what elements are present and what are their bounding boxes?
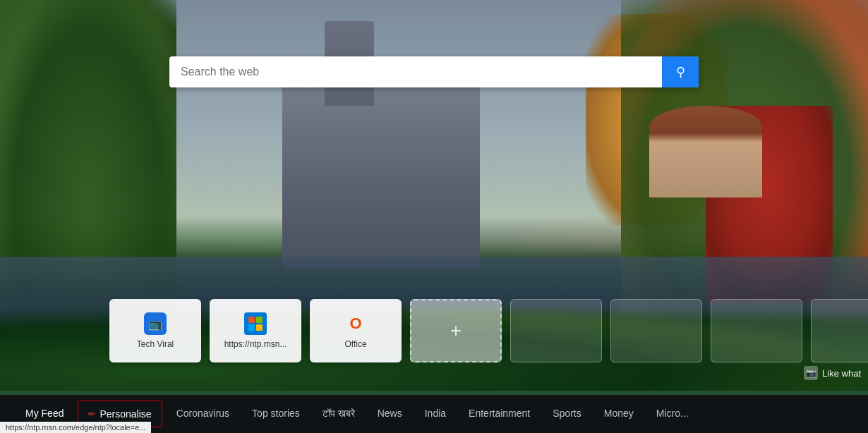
like-what-label: Like what — [822, 368, 861, 379]
tile-office[interactable]: O Office — [310, 299, 402, 362]
tiles-container: 📺 Tech Viral https://ntp.msn... O Office — [109, 299, 868, 362]
like-what-button[interactable]: 📷 Like what — [804, 366, 861, 380]
top-khabre-label: टॉप खबरे — [323, 408, 355, 420]
tile-office-icon: O — [344, 312, 367, 335]
nav-top-stories[interactable]: Top stories — [241, 395, 311, 433]
msn-cell-4 — [256, 324, 263, 331]
pavilion — [649, 106, 762, 197]
search-container: ⚲ — [169, 56, 699, 87]
personalise-label: Personalise — [100, 408, 151, 420]
nav-top-khabre[interactable]: टॉप खबरे — [311, 395, 366, 433]
search-bar: ⚲ — [169, 56, 699, 87]
msn-logo-icon — [244, 312, 267, 335]
top-stories-label: Top stories — [252, 408, 300, 419]
tile-tech-viral-icon: 📺 — [144, 312, 167, 335]
nav-news[interactable]: News — [366, 395, 414, 433]
india-label: India — [425, 408, 446, 419]
news-label: News — [378, 408, 402, 419]
my-feed-label: My Feed — [25, 408, 64, 419]
search-input[interactable] — [169, 66, 662, 78]
micro-label: Micro... — [656, 408, 689, 419]
nav-coronavirus[interactable]: Coronavirus — [165, 395, 241, 433]
tile-add[interactable]: + — [410, 299, 502, 362]
search-icon: ⚲ — [676, 64, 685, 80]
tile-empty-3 — [711, 299, 802, 362]
nav-entertainment[interactable]: Entertainment — [457, 395, 541, 433]
msn-cell-1 — [248, 317, 255, 323]
search-button[interactable]: ⚲ — [662, 56, 699, 87]
tv-icon: 📺 — [144, 312, 167, 335]
camera-icon: 📷 — [804, 366, 818, 380]
sports-label: Sports — [553, 408, 581, 419]
tile-empty-1 — [510, 299, 602, 362]
nav-money[interactable]: Money — [593, 395, 645, 433]
nav-micro[interactable]: Micro... — [645, 395, 700, 433]
tile-msn[interactable]: https://ntp.msn... — [210, 299, 301, 362]
tile-msn-icon — [244, 312, 267, 335]
tile-office-label: Office — [344, 339, 366, 349]
tile-tech-viral[interactable]: 📺 Tech Viral — [109, 299, 201, 362]
tile-empty-4 — [811, 299, 868, 362]
msn-grid — [248, 317, 263, 331]
nav-sports[interactable]: Sports — [541, 395, 592, 433]
coronavirus-label: Coronavirus — [176, 408, 229, 419]
tile-empty-2 — [610, 299, 702, 362]
office-logo-icon: O — [346, 314, 366, 334]
tile-msn-label: https://ntp.msn... — [224, 339, 287, 349]
url-text: https://ntp.msn.com/edge/ntp?locale=e... — [6, 423, 145, 432]
castle — [268, 14, 494, 268]
entertainment-label: Entertainment — [469, 408, 530, 419]
msn-cell-2 — [256, 317, 263, 323]
msn-cell-3 — [248, 324, 255, 331]
money-label: Money — [604, 408, 634, 419]
tile-tech-viral-label: Tech Viral — [137, 339, 174, 349]
url-bar: https://ntp.msn.com/edge/ntp?locale=e... — [0, 422, 151, 433]
nav-india[interactable]: India — [414, 395, 457, 433]
add-icon: + — [450, 319, 462, 342]
edit-icon: ✏ — [88, 409, 95, 419]
